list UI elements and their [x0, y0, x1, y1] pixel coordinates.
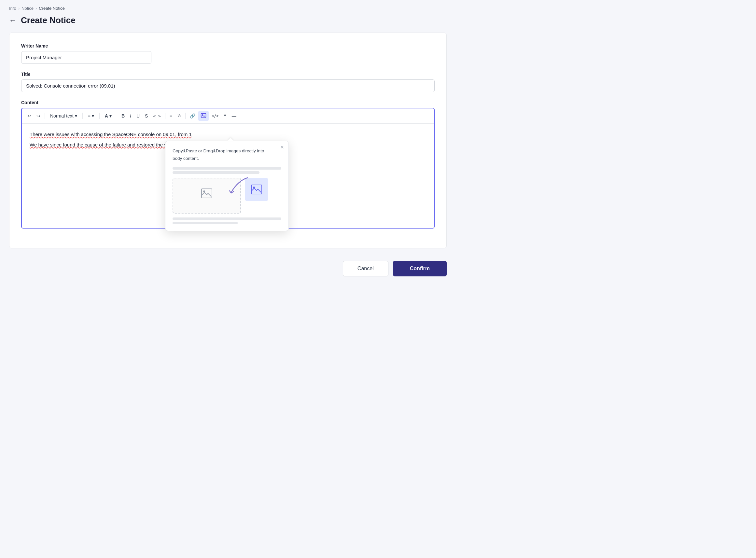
align-dropdown[interactable]: ≡ ▾	[85, 112, 97, 120]
italic-button[interactable]: I	[128, 112, 133, 120]
code-inline-button[interactable]: < >	[151, 112, 163, 120]
toolbar-sep-2	[82, 112, 83, 119]
tooltip-image-area	[173, 178, 281, 213]
skeleton-line-1	[173, 167, 281, 170]
blockquote-button[interactable]: ❝	[222, 112, 229, 120]
writer-name-group: Writer Name	[21, 43, 435, 64]
breadcrumb: Info › Notice › Create Notice	[9, 6, 447, 11]
editor-text-line1: There were issues with accessing the Spa…	[30, 131, 192, 137]
hr-icon: —	[232, 113, 236, 118]
link-icon: 🔗	[190, 113, 195, 118]
bullet-list-button[interactable]: ≡	[167, 112, 175, 120]
tooltip-skeleton-top	[173, 167, 281, 174]
tooltip-arrow	[227, 138, 234, 141]
link-button[interactable]: 🔗	[187, 112, 198, 120]
text-style-label: Normal text	[50, 113, 74, 119]
strikethrough-button[interactable]: S	[143, 112, 150, 120]
code-inline-icon: < >	[153, 114, 160, 118]
redo-button[interactable]: ↪	[34, 112, 43, 120]
text-style-dropdown[interactable]: Normal text ▾	[47, 112, 80, 120]
image-placeholder-icon	[201, 187, 212, 204]
toolbar-sep-1	[45, 112, 45, 119]
breadcrumb-sep-1: ›	[18, 6, 20, 11]
text-style-arrow: ▾	[75, 113, 77, 119]
breadcrumb-info[interactable]: Info	[9, 6, 16, 11]
editor-line-1: There were issues with accessing the Spa…	[30, 130, 426, 139]
footer-row: Cancel Confirm	[9, 257, 447, 280]
skeleton-bottom-line-2	[173, 222, 238, 224]
blockquote-icon: ❝	[224, 113, 227, 118]
tooltip-title: Copy&Paste or Drag&Drop images directly …	[173, 148, 281, 162]
content-group: Content ↩ ↪ Normal text ▾ ≡ ▾	[21, 100, 435, 229]
image-icon	[201, 112, 206, 119]
title-label: Title	[21, 72, 435, 77]
title-group: Title	[21, 72, 435, 92]
font-color-arrow: ▾	[109, 113, 112, 119]
font-color-label: A	[105, 113, 108, 119]
form-card: Writer Name Title Content ↩ ↪ Normal tex…	[9, 32, 447, 248]
breadcrumb-notice[interactable]: Notice	[22, 6, 33, 11]
breadcrumb-sep-2: ›	[35, 6, 37, 11]
ordered-list-button[interactable]: ¹⁄₂	[175, 112, 183, 120]
strikethrough-icon: S	[145, 113, 148, 118]
back-button[interactable]: ←	[9, 17, 16, 24]
editor-toolbar: ↩ ↪ Normal text ▾ ≡ ▾ A	[22, 108, 434, 124]
align-arrow: ▾	[92, 113, 94, 119]
italic-icon: I	[130, 113, 131, 118]
skeleton-bottom-line-1	[173, 218, 281, 220]
bullet-list-icon: ≡	[170, 113, 172, 118]
toolbar-sep-6	[185, 112, 185, 119]
hr-button[interactable]: —	[229, 112, 238, 120]
writer-name-input[interactable]	[21, 51, 151, 64]
code-block-icon: </>	[211, 114, 219, 118]
image-button[interactable]	[198, 111, 209, 121]
underline-button[interactable]: U	[134, 112, 142, 120]
svg-point-3	[203, 191, 205, 193]
title-input[interactable]	[21, 79, 435, 92]
editor-body[interactable]: There were issues with accessing the Spa…	[22, 124, 434, 228]
skeleton-line-2	[173, 171, 259, 174]
drag-drop-arrow	[221, 175, 254, 197]
breadcrumb-create-notice: Create Notice	[39, 6, 65, 11]
ordered-list-icon: ¹⁄₂	[177, 114, 181, 118]
confirm-button[interactable]: Confirm	[393, 261, 447, 276]
undo-button[interactable]: ↩	[25, 112, 33, 120]
editor-container: ↩ ↪ Normal text ▾ ≡ ▾ A	[21, 108, 435, 229]
image-tooltip: × Copy&Paste or Drag&Drop images directl…	[165, 141, 289, 231]
underline-icon: U	[136, 113, 140, 118]
page-header: ← Create Notice	[9, 15, 447, 25]
tooltip-skeleton-bottom	[173, 218, 281, 224]
code-block-button[interactable]: </>	[209, 112, 221, 120]
toolbar-sep-5	[165, 112, 166, 119]
content-label: Content	[21, 100, 435, 105]
bold-icon: B	[122, 113, 125, 118]
align-icon: ≡	[88, 113, 91, 119]
cancel-button[interactable]: Cancel	[343, 261, 388, 276]
writer-name-label: Writer Name	[21, 43, 435, 49]
font-color-dropdown[interactable]: A ▾	[102, 112, 115, 120]
tooltip-close-button[interactable]: ×	[280, 144, 284, 150]
bold-button[interactable]: B	[119, 112, 127, 120]
page-title: Create Notice	[21, 15, 76, 25]
toolbar-sep-4	[117, 112, 117, 119]
toolbar-sep-3	[99, 112, 100, 119]
